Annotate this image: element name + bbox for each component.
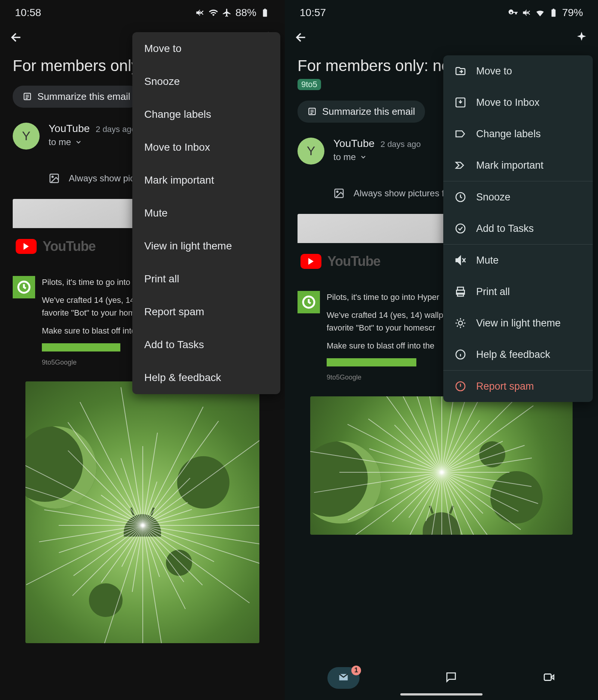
menu-help-feedback[interactable]: Help & feedback [443,339,593,370]
summarize-chip[interactable]: Summarize this email [298,101,425,123]
task-check-icon [454,222,466,234]
chevron-down-icon [75,138,82,146]
wifi-icon [535,8,545,18]
clock-badge-icon [13,276,35,298]
sender-time: 2 days ago [380,139,421,149]
image-icon [333,188,345,199]
menu-change-labels[interactable]: Change labels [132,98,280,131]
menu-move-to[interactable]: Move to [132,32,280,65]
menu-view-light-theme[interactable]: View in light theme [132,230,280,262]
sender-name: YouTube [333,138,374,150]
clock-badge-icon [298,291,320,313]
chevron-down-icon [360,153,367,161]
svg-rect-16 [544,674,551,680]
menu-help-feedback[interactable]: Help & feedback [132,361,280,394]
video-icon [543,671,555,684]
battery-icon [260,8,270,18]
app-bar [285,22,598,52]
back-icon[interactable] [294,30,309,45]
svg-point-2 [52,176,53,177]
label-icon [454,128,466,140]
sender-avatar: Y [298,138,324,165]
alert-icon [454,380,466,392]
bottom-nav: 1 [285,655,598,700]
status-bar: 10:58 88% [0,0,285,22]
summarize-label: Summarize this email [322,106,415,117]
menu-change-labels[interactable]: Change labels [443,118,593,150]
highlighted-text [327,358,416,366]
status-time: 10:57 [300,7,326,19]
label-badge: 9to5 [298,79,321,90]
svg-point-13 [459,321,463,325]
menu-move-to-inbox[interactable]: Move to Inbox [443,87,593,118]
menu-mark-important[interactable]: Mark important [132,164,280,197]
recipient-row[interactable]: to me [49,137,136,147]
menu-add-to-tasks[interactable]: Add to Tasks [132,328,280,361]
wallpaper-artwork [25,381,259,643]
menu-print-all[interactable]: Print all [443,276,593,307]
info-icon [454,349,466,360]
back-icon[interactable] [9,30,24,45]
menu-view-light-theme[interactable]: View in light theme [443,307,593,339]
nav-chat[interactable] [445,671,457,685]
overflow-menu: Move to Move to Inbox Change labels Mark… [443,55,593,402]
menu-print-all[interactable]: Print all [132,262,280,295]
status-icons: 79% [508,7,583,19]
phone-screenshot-right: 10:57 79% For members only: new 9to5 Sum… [285,0,598,700]
status-bar: 10:57 79% [285,0,598,22]
sender-name: YouTube [49,123,90,135]
status-icons: 88% [195,7,270,19]
menu-mute[interactable]: Mute [443,245,593,276]
home-indicator [400,693,483,696]
menu-snooze[interactable]: Snooze [132,65,280,98]
sun-icon [454,317,466,329]
battery-icon [549,8,558,18]
menu-snooze[interactable]: Snooze [443,181,593,213]
image-icon [49,173,60,184]
svg-point-6 [337,191,338,192]
inbox-icon [454,96,466,108]
mute-icon [195,8,205,18]
nav-meet[interactable] [543,671,555,685]
menu-mute[interactable]: Mute [132,197,280,230]
sparkle-icon[interactable] [574,30,589,45]
menu-move-to[interactable]: Move to [443,55,593,87]
chat-icon [445,671,457,684]
vpn-key-icon [508,8,518,18]
menu-add-to-tasks[interactable]: Add to Tasks [443,213,593,244]
important-icon [454,159,466,171]
folder-move-icon [454,65,466,77]
mail-icon [337,671,350,684]
wifi-icon [209,8,218,18]
nav-mail[interactable]: 1 [327,667,360,689]
youtube-logo-icon [16,239,37,254]
mute-icon [454,254,466,266]
menu-report-spam[interactable]: Report spam [443,371,593,402]
nav-badge: 1 [351,666,361,675]
recipient-row[interactable]: to me [333,152,421,162]
youtube-logo-icon [300,254,321,269]
menu-report-spam[interactable]: Report spam [132,295,280,328]
youtube-wordmark: YouTube [43,239,96,254]
summarize-chip[interactable]: Summarize this email [13,86,140,108]
summarize-label: Summarize this email [37,91,130,102]
status-time: 10:58 [15,7,41,19]
printer-icon [454,286,466,298]
sender-time: 2 days ago [96,125,136,134]
wallpaper-artwork [310,396,573,535]
clock-icon [454,191,466,203]
sender-avatar: Y [13,123,40,150]
menu-move-to-inbox[interactable]: Move to Inbox [132,131,280,164]
youtube-wordmark: YouTube [327,254,380,269]
overflow-menu: Move to Snooze Change labels Move to Inb… [132,32,280,394]
highlighted-text [42,343,120,351]
battery-percent: 88% [235,7,256,19]
battery-percent: 79% [562,7,583,19]
svg-point-10 [456,224,465,233]
menu-mark-important[interactable]: Mark important [443,150,593,181]
phone-screenshot-left: 10:58 88% For members only: n post 9to5 … [0,0,285,700]
airplane-icon [222,8,232,18]
mute-icon [522,8,531,18]
